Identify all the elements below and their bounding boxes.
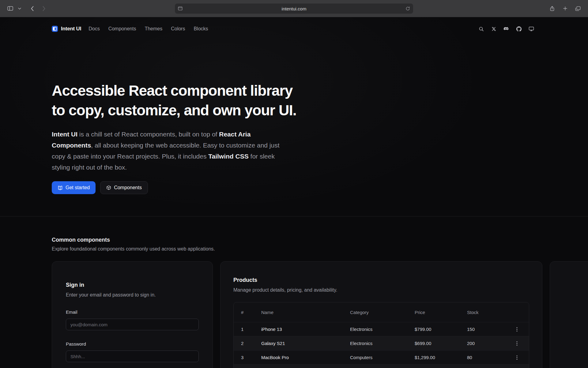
github-icon[interactable] xyxy=(514,24,524,34)
brand[interactable]: Intent UI xyxy=(52,26,81,32)
get-started-label: Get started xyxy=(66,185,90,190)
share-icon[interactable] xyxy=(547,3,557,14)
hero-heading-line2: to copy, customize, and own your UI. xyxy=(52,102,296,118)
cell-price: $699.00 xyxy=(415,341,467,346)
nav-link-themes[interactable]: Themes xyxy=(145,26,162,32)
nav-link-colors[interactable]: Colors xyxy=(171,26,185,32)
table-body: 1 iPhone 13 Electronics $799.00 150 2 Ga… xyxy=(234,322,529,368)
components-band: Common components Explore foundational c… xyxy=(0,217,588,368)
site-nav: Intent UI Docs Components Themes Colors … xyxy=(52,17,536,40)
password-label: Password xyxy=(66,341,199,347)
hero-heading-line1: Accessible React component library xyxy=(52,82,292,99)
x-icon[interactable] xyxy=(489,24,499,34)
products-card-description: Manage product details, pricing, and ava… xyxy=(233,287,529,293)
products-card: Products Manage product details, pricing… xyxy=(220,261,542,368)
cell-number: 2 xyxy=(241,341,261,346)
email-field[interactable] xyxy=(66,319,199,330)
cell-number: 1 xyxy=(241,327,261,332)
products-table: # Name Category Price Stock 1 iPhone 13 … xyxy=(233,302,529,368)
components-label: Components xyxy=(114,185,142,190)
nav-icons xyxy=(476,24,536,34)
table-row: 4 xyxy=(234,364,529,368)
tab-overview-icon[interactable] xyxy=(573,3,583,14)
theme-monitor-icon[interactable] xyxy=(526,24,536,34)
cell-number: 3 xyxy=(241,355,261,360)
chrome-right-controls xyxy=(547,3,583,14)
row-actions-ellipsis-icon[interactable] xyxy=(512,353,522,362)
hero-actions: Get started Components xyxy=(52,181,536,216)
book-open-icon xyxy=(58,185,63,190)
chrome-left-controls xyxy=(5,3,49,14)
reload-icon[interactable] xyxy=(405,6,410,11)
hero-band: Intent UI Docs Components Themes Colors … xyxy=(0,17,588,217)
cell-stock: 200 xyxy=(467,341,507,346)
row-actions-ellipsis-icon[interactable] xyxy=(512,325,522,334)
components-button[interactable]: Components xyxy=(100,181,148,194)
cell-category: Computers xyxy=(350,355,415,360)
header-price: Price xyxy=(415,310,467,315)
sidebar-toggle-icon[interactable] xyxy=(5,3,15,14)
cell-category: Electronics xyxy=(350,327,415,332)
cell-name: Galaxy S21 xyxy=(261,341,350,346)
hero-heading: Accessible React component library to co… xyxy=(52,81,536,120)
table-header-row: # Name Category Price Stock xyxy=(234,302,529,322)
nav-links: Docs Components Themes Colors Blocks xyxy=(89,26,208,32)
header-name: Name xyxy=(261,310,350,315)
sidebar-chevron-down-icon[interactable] xyxy=(17,3,23,14)
table-row: 2 Galaxy S21 Electronics $699.00 200 xyxy=(234,336,529,350)
nav-link-docs[interactable]: Docs xyxy=(89,26,100,32)
products-card-title: Products xyxy=(233,276,529,284)
header-number: # xyxy=(241,310,261,315)
brand-name: Intent UI xyxy=(61,26,81,32)
back-icon[interactable] xyxy=(27,3,37,14)
component-cards-row: Sign in Enter your email and password to… xyxy=(52,261,588,368)
section-subtitle: Explore foundational components commonly… xyxy=(52,246,536,252)
next-card-peek xyxy=(550,261,588,368)
signin-card-description: Enter your email and password to sign in… xyxy=(66,292,199,298)
nav-link-blocks[interactable]: Blocks xyxy=(194,26,208,32)
cell-category: Electronics xyxy=(350,341,415,346)
page-format-icon[interactable] xyxy=(178,6,183,11)
cell-stock: 150 xyxy=(467,327,507,332)
section-title: Common components xyxy=(52,236,536,243)
row-actions-ellipsis-icon[interactable] xyxy=(512,339,522,348)
web-page: Intent UI Docs Components Themes Colors … xyxy=(0,17,588,368)
discord-icon[interactable] xyxy=(501,24,511,34)
search-icon[interactable] xyxy=(476,24,486,34)
hero-section: Accessible React component library to co… xyxy=(52,40,536,216)
cell-name: iPhone 13 xyxy=(261,327,350,332)
forward-icon xyxy=(39,3,49,14)
table-row: 3 MacBook Pro Computers $1,299.00 80 xyxy=(234,350,529,364)
cube-icon xyxy=(106,185,111,190)
cell-price: $1,299.00 xyxy=(415,355,467,360)
header-category: Category xyxy=(350,310,415,315)
signin-card: Sign in Enter your email and password to… xyxy=(52,261,213,368)
nav-link-components[interactable]: Components xyxy=(108,26,136,32)
url-text[interactable]: intentui.com xyxy=(183,6,405,11)
cell-price: $799.00 xyxy=(415,327,467,332)
new-tab-icon[interactable] xyxy=(560,3,570,14)
password-field[interactable] xyxy=(66,351,199,362)
get-started-button[interactable]: Get started xyxy=(52,181,96,194)
header-stock: Stock xyxy=(467,310,507,315)
browser-chrome: intentui.com xyxy=(0,0,588,17)
hero-description: Intent UI is a chill set of React compon… xyxy=(52,129,282,173)
brand-logo-icon xyxy=(52,26,58,32)
email-label: Email xyxy=(66,309,199,315)
table-row: 1 iPhone 13 Electronics $799.00 150 xyxy=(234,322,529,336)
signin-card-title: Sign in xyxy=(66,281,199,289)
address-bar[interactable]: intentui.com xyxy=(175,3,413,13)
cell-stock: 80 xyxy=(467,355,507,360)
row-actions-ellipsis-icon[interactable] xyxy=(512,367,522,368)
cell-name: MacBook Pro xyxy=(261,355,350,360)
